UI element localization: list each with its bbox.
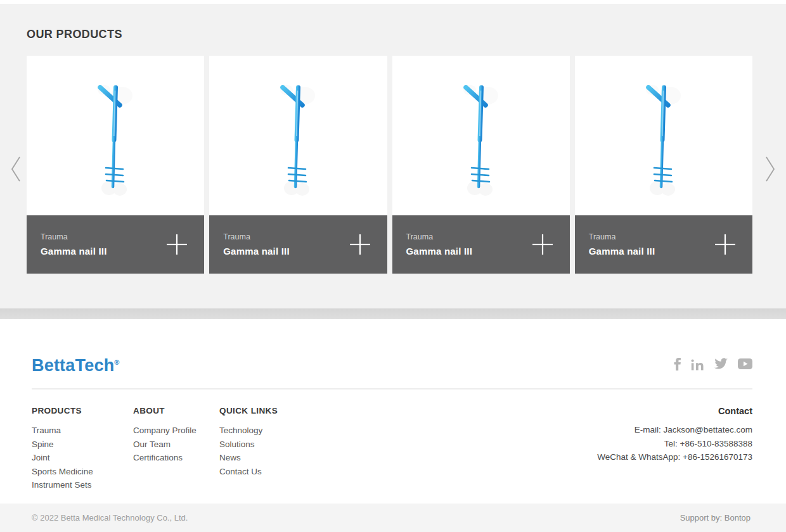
footer-divider [32,388,752,390]
linkedin-icon [691,358,704,370]
twitter-link[interactable] [714,358,728,370]
contact-heading: Contact [597,406,752,416]
column-heading: QUICK LINKS [219,406,346,415]
product-card[interactable]: Trauma Gamma nail III [209,56,387,274]
chevron-left-icon [8,155,25,184]
registered-mark: ® [114,358,119,366]
social-links [673,357,752,370]
plus-icon[interactable] [349,234,371,255]
youtube-link[interactable] [738,358,752,369]
footer-link-solutions[interactable]: Solutions [219,438,346,452]
footer-link-certifications[interactable]: Certifications [133,451,219,465]
footer-column-quick-links: QUICK LINKS Technology Solutions News Co… [219,406,346,492]
our-products-section: OUR PRODUCTS [0,4,786,308]
footer-contact-block: Contact E-mail: Jackson@bettatec.com Tel… [597,406,752,492]
footer-link-our-team[interactable]: Our Team [133,438,219,452]
linkedin-link[interactable] [691,358,704,370]
product-image-area [27,56,204,215]
footer-link-company-profile[interactable]: Company Profile [133,424,219,438]
section-title: OUR PRODUCTS [27,28,122,41]
footer-link-joint[interactable]: Joint [32,451,133,465]
gamma-nail-image [619,69,708,202]
product-image-area [392,56,570,215]
logo-text: BettaTech [32,356,114,375]
product-card[interactable]: Trauma Gamma nail III [27,56,204,274]
footer-link-sports-medicine[interactable]: Sports Medicine [32,465,133,479]
contact-tel: Tel: +86-510-83588388 [597,437,752,451]
product-card[interactable]: Trauma Gamma nail III [575,56,752,274]
gamma-nail-image [437,69,525,202]
footer-logo-row: BettaTech® [32,319,752,376]
product-caption: Trauma Gamma nail III [209,215,387,274]
footer-link-spine[interactable]: Spine [32,438,133,452]
contact-email: E-mail: Jackson@bettatec.com [597,423,752,437]
product-caption: Trauma Gamma nail III [575,215,752,274]
footer-link-trauma[interactable]: Trauma [32,424,133,438]
product-caption: Trauma Gamma nail III [392,215,570,274]
bottom-bar: © 2022 Betta Medical Technology Co., Ltd… [0,504,786,532]
footer: BettaTech® [0,319,786,504]
gamma-nail-image [254,69,342,202]
footer-column-products: PRODUCTS Trauma Spine Joint Sports Medic… [32,406,133,492]
copyright-text: © 2022 Betta Medical Technology Co., Ltd… [32,513,188,522]
plus-icon[interactable] [166,234,188,255]
youtube-icon [738,358,752,369]
footer-link-news[interactable]: News [219,451,346,465]
facebook-icon [673,357,681,370]
chevron-right-icon [761,155,778,184]
product-card[interactable]: Trauma Gamma nail III [392,56,570,274]
footer-link-contact-us[interactable]: Contact Us [219,465,346,479]
footer-columns: PRODUCTS Trauma Spine Joint Sports Medic… [32,406,752,492]
twitter-icon [714,358,728,370]
contact-wechat-whatsapp: WeChat & WhatsApp: +86-15261670173 [597,450,752,464]
product-image-area [575,56,752,215]
product-image-area [209,56,387,215]
section-divider-band [0,308,786,319]
column-heading: PRODUCTS [32,406,133,415]
carousel-prev-button[interactable] [8,155,25,184]
plus-icon[interactable] [532,234,553,255]
support-credit[interactable]: Support by: Bontop [680,513,751,522]
product-caption: Trauma Gamma nail III [27,215,204,274]
carousel-next-button[interactable] [761,155,778,184]
bettatech-logo[interactable]: BettaTech® [32,352,120,376]
gamma-nail-image [71,69,160,202]
footer-link-technology[interactable]: Technology [219,424,346,438]
product-card-row: Trauma Gamma nail III [27,56,752,274]
facebook-link[interactable] [673,357,681,370]
footer-column-about: ABOUT Company Profile Our Team Certifica… [133,406,219,492]
plus-icon[interactable] [714,234,736,255]
footer-link-instrument-sets[interactable]: Instrument Sets [32,478,133,492]
column-heading: ABOUT [133,406,219,415]
